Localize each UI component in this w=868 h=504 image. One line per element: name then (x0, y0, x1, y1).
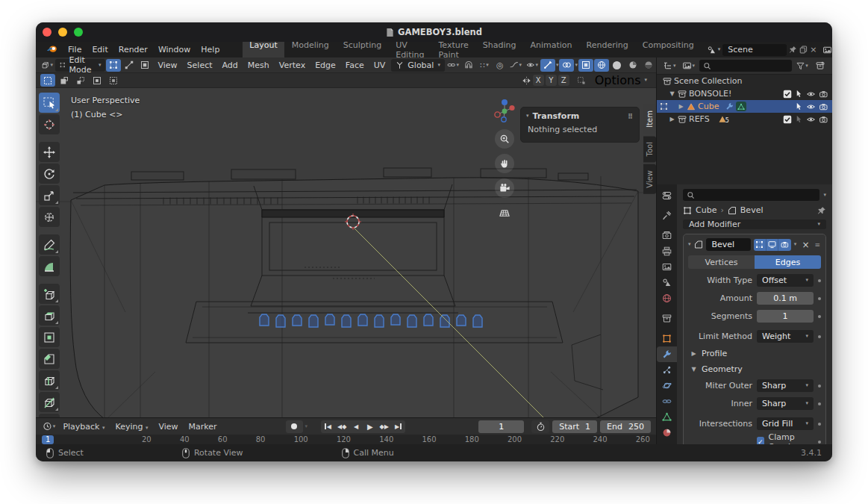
tool-annotate[interactable] (39, 234, 60, 255)
menu-render[interactable]: Render (113, 43, 153, 56)
snap-pivot-dropdown[interactable]: ▾ (446, 59, 460, 72)
editor-type-button[interactable]: ▾ (40, 59, 54, 72)
shading-rendered-button[interactable] (641, 59, 656, 72)
select-mode-intersect-button[interactable] (106, 74, 121, 87)
scene-name-field[interactable]: Scene (722, 44, 787, 56)
menu-select[interactable]: Select (183, 59, 217, 72)
snap-base-icon[interactable] (574, 74, 589, 87)
menu-keying[interactable]: Keying ▾ (110, 420, 152, 433)
geometry-subpanel-header[interactable]: ▼Geometry (688, 363, 821, 375)
exclude-checkbox-icon[interactable] (783, 115, 792, 124)
modifier-name-field[interactable]: Bevel (706, 238, 751, 251)
disable-render-icon[interactable] (819, 102, 828, 111)
outliner-row-refs[interactable]: ▶ REFS 5 (657, 113, 832, 125)
tool-bevel[interactable] (39, 349, 60, 369)
modifier-wrench-icon[interactable] (725, 102, 734, 111)
view-layer-browse-button[interactable]: ▾ (822, 46, 832, 55)
properties-editor-type-button[interactable] (657, 187, 677, 203)
modifier-extras-caret-icon[interactable]: ▾ (794, 242, 797, 247)
expand-icon[interactable]: ▼ (669, 90, 675, 97)
transform-panel-header[interactable]: ▾ Transform ⠿ (521, 108, 639, 122)
tab-world-properties[interactable] (657, 290, 677, 306)
expand-icon[interactable]: ▶ (678, 103, 684, 110)
tool-knife[interactable] (39, 392, 60, 412)
menu-face[interactable]: Face (341, 59, 369, 72)
play-button[interactable]: ▶ (363, 420, 377, 433)
pin-icon[interactable] (817, 206, 826, 215)
playhead-badge[interactable]: 1 (42, 435, 54, 444)
frame-start-field[interactable]: Start1 (552, 420, 597, 433)
miter-inner-dropdown[interactable]: Sharp▾ (757, 397, 814, 410)
show-gizmo-dropdown[interactable]: ▾ (525, 59, 540, 72)
clamp-overlap-checkbox[interactable]: ✓ (757, 437, 764, 444)
tool-inset-faces[interactable] (39, 327, 60, 347)
animate-dot[interactable] (818, 385, 821, 388)
jump-to-end-button[interactable]: ▶ (391, 420, 405, 433)
proportional-editing-toggle[interactable]: ◎ (493, 59, 508, 72)
menu-help[interactable]: Help (196, 43, 225, 56)
prev-keyframe-button[interactable]: ◀◆ (335, 420, 349, 433)
snap-target-dropdown[interactable]: ∷▾ (477, 59, 492, 72)
tool-measure[interactable] (39, 256, 60, 276)
face-select-button[interactable] (137, 59, 152, 72)
menu-mesh[interactable]: Mesh (243, 59, 274, 72)
animate-dot[interactable] (818, 441, 821, 444)
frame-end-field[interactable]: End250 (600, 420, 651, 433)
breadcrumb-object[interactable]: Cube (696, 205, 716, 215)
tool-transform[interactable] (39, 207, 60, 227)
display-realtime-toggle[interactable] (766, 239, 779, 251)
disable-render-icon[interactable] (819, 115, 828, 124)
tab-view-layer-properties[interactable] (657, 259, 677, 275)
tool-select-box[interactable] (39, 93, 60, 113)
tab-render-properties[interactable] (657, 228, 677, 243)
tab-modifier-properties[interactable] (657, 346, 677, 362)
outliner-display-mode-dropdown[interactable]: ▾ (681, 60, 697, 72)
tool-extrude-region[interactable] (39, 305, 60, 326)
menu-vertex[interactable]: Vertex (275, 59, 310, 72)
hide-viewport-icon[interactable] (806, 90, 816, 99)
proportional-falloff-dropdown[interactable]: ▾ (508, 59, 523, 72)
tab-collection-properties[interactable] (657, 311, 677, 326)
current-frame-field[interactable]: 1 (478, 420, 524, 433)
menu-window[interactable]: Window (153, 43, 196, 56)
menu-view-timeline[interactable]: View (154, 420, 182, 433)
menu-edit[interactable]: Edit (87, 43, 113, 56)
tab-tool-properties[interactable] (657, 208, 677, 223)
select-mode-invert-button[interactable] (90, 74, 104, 87)
amount-field[interactable]: 0.1 m (757, 292, 814, 305)
viewport-canvas[interactable]: User Perspective (1) Cube <> (36, 88, 656, 417)
tab-physics-properties[interactable] (657, 378, 677, 393)
display-render-toggle[interactable] (778, 239, 791, 251)
affect-vertices-button[interactable]: Vertices (688, 255, 755, 269)
mirror-y-button[interactable]: Y (546, 75, 557, 86)
tab-constraint-properties[interactable] (657, 393, 677, 409)
width-type-dropdown[interactable]: Offset▾ (757, 274, 814, 287)
overlays-toggle[interactable] (559, 59, 574, 72)
mirror-x-button[interactable]: X (533, 75, 544, 86)
animate-dot[interactable] (818, 315, 821, 318)
options-dropdown[interactable]: Options▾ (590, 74, 652, 87)
menu-uv[interactable]: UV (369, 59, 390, 72)
select-mode-set-button[interactable] (40, 74, 55, 87)
outliner-row-bonsole[interactable]: ▼ BONSOLE! (657, 87, 832, 100)
mesh-data-icon[interactable] (736, 102, 746, 111)
animate-dot[interactable] (818, 297, 821, 300)
tab-object-properties[interactable] (657, 331, 677, 346)
blender-logo-menu[interactable] (41, 43, 63, 57)
shading-material-button[interactable] (625, 59, 640, 72)
tab-scene-properties[interactable] (657, 275, 677, 290)
timeline-ruler[interactable]: 1 20 40 60 80 100 120 140 160 180 200 22… (36, 435, 656, 444)
remove-modifier-button[interactable]: × (799, 240, 811, 250)
minimize-window-button[interactable] (58, 28, 67, 37)
segments-field[interactable]: 1 (757, 310, 814, 323)
scene-browse-button[interactable]: ▾ (707, 46, 721, 55)
menu-add[interactable]: Add (218, 59, 243, 72)
tool-poly-build[interactable] (39, 414, 60, 417)
shading-solid-button[interactable] (610, 59, 625, 72)
display-edit-mode-toggle[interactable] (754, 239, 766, 251)
camera-view-button[interactable] (495, 178, 514, 198)
jump-to-start-button[interactable]: ◀ (321, 420, 335, 433)
gizmos-toggle[interactable] (540, 59, 555, 72)
outliner-search-field[interactable] (699, 60, 792, 72)
transform-orientation-dropdown[interactable]: Global▾ (391, 59, 445, 72)
